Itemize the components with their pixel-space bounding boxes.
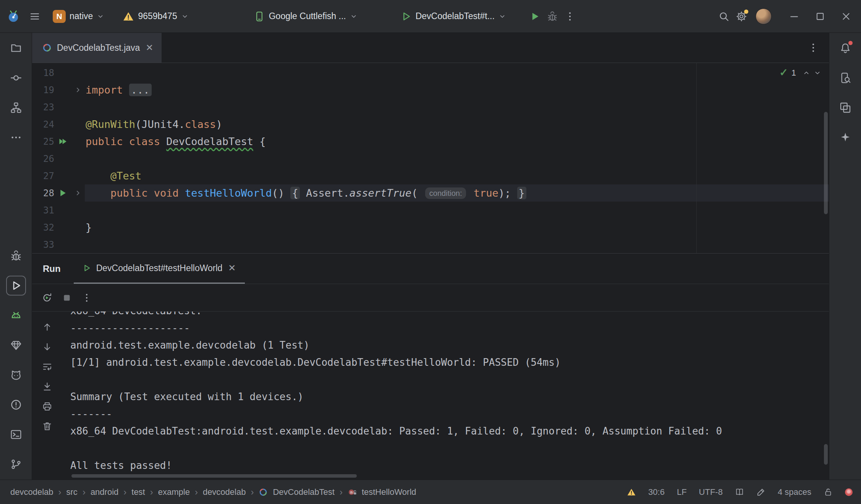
avatar[interactable] bbox=[756, 8, 772, 24]
gutter-fold-slot[interactable] bbox=[71, 189, 85, 197]
run-tab[interactable]: DevCodelabTest#testHelloWorld ✕ bbox=[74, 254, 245, 284]
lock-open-icon[interactable] bbox=[824, 488, 833, 497]
gutter-fold-slot[interactable] bbox=[71, 86, 85, 94]
run-tool-window-button[interactable] bbox=[6, 276, 26, 296]
code-line-24[interactable]: 24@RunWith(JUnit4.class) bbox=[32, 116, 829, 133]
run-config-name: DevCodelabTest#t... bbox=[416, 11, 495, 21]
console-horizontal-scrollbar[interactable] bbox=[71, 474, 357, 478]
rerun-button[interactable] bbox=[39, 290, 55, 306]
code-line-32[interactable]: 32} bbox=[32, 219, 829, 236]
maximize-icon bbox=[814, 11, 826, 22]
pen-icon[interactable] bbox=[756, 488, 766, 497]
run-button[interactable] bbox=[526, 8, 544, 25]
code-line-25[interactable]: 25public class DevCodelabTest { bbox=[32, 133, 829, 150]
terminal-button[interactable] bbox=[6, 425, 26, 444]
next-occurrence-button[interactable] bbox=[40, 340, 54, 354]
breadcrumb-item[interactable]: testHelloWorld bbox=[362, 487, 416, 497]
problems-button[interactable] bbox=[6, 395, 26, 415]
gutter-run-slot[interactable] bbox=[54, 136, 71, 147]
layout-inspector-button[interactable] bbox=[835, 98, 855, 118]
code-editor[interactable]: 1819import ...2324@RunWith(JUnit4.class)… bbox=[32, 63, 829, 254]
version-control-button[interactable] bbox=[6, 454, 26, 474]
minimize-button[interactable] bbox=[785, 8, 803, 25]
maximize-button[interactable] bbox=[811, 8, 829, 25]
line-separator[interactable]: LF bbox=[677, 487, 687, 497]
code-line-26[interactable]: 26 bbox=[32, 150, 829, 167]
breadcrumb-item[interactable]: devcodelab bbox=[203, 487, 246, 497]
code-line-31[interactable]: 31 bbox=[32, 202, 829, 219]
code-line-23[interactable]: 23 bbox=[32, 99, 829, 116]
notification-badge bbox=[848, 41, 853, 45]
inspection-widget[interactable]: ✓ 1 bbox=[779, 68, 821, 78]
commit-icon bbox=[10, 72, 22, 84]
line-number: 19 bbox=[32, 85, 54, 95]
svg-text:m: m bbox=[350, 490, 353, 495]
editor-scrollbar[interactable] bbox=[824, 112, 828, 214]
print-button[interactable] bbox=[40, 399, 54, 413]
search-everywhere-button[interactable] bbox=[715, 8, 733, 25]
android-studio-logo-icon bbox=[6, 9, 21, 24]
project-button[interactable] bbox=[6, 38, 26, 58]
notifications-button[interactable] bbox=[835, 38, 855, 58]
chevron-up-icon[interactable] bbox=[803, 69, 810, 77]
test-class-icon bbox=[259, 488, 268, 497]
main-menu-button[interactable] bbox=[26, 8, 44, 25]
code-line-27[interactable]: 27 @Test bbox=[32, 167, 829, 184]
reader-mode-icon[interactable] bbox=[735, 488, 744, 497]
tab-devcodelabtest-java[interactable]: DevCodelabTest.java ✕ bbox=[32, 33, 162, 63]
gutter-run-slot[interactable] bbox=[54, 188, 71, 198]
breadcrumb-item[interactable]: android bbox=[91, 487, 118, 497]
warning-icon[interactable] bbox=[627, 488, 636, 497]
debug-button[interactable] bbox=[544, 8, 561, 25]
indent-setting[interactable]: 4 spaces bbox=[778, 487, 811, 497]
caret-position[interactable]: 30:6 bbox=[648, 487, 665, 497]
code-line-33[interactable]: 33 bbox=[32, 236, 829, 253]
code-line-18[interactable]: 18 bbox=[32, 64, 829, 81]
previous-occurrence-button[interactable] bbox=[40, 320, 54, 334]
scroll-to-end-button[interactable] bbox=[40, 380, 54, 393]
breadcrumb-item[interactable]: DevCodelabTest bbox=[273, 487, 334, 497]
device-explorer-button[interactable] bbox=[835, 68, 855, 88]
line-number: 18 bbox=[32, 68, 54, 78]
tab-close-icon[interactable]: ✕ bbox=[145, 43, 154, 52]
breadcrumb-item[interactable]: example bbox=[158, 487, 190, 497]
device-manager-button[interactable] bbox=[6, 335, 26, 355]
stop-button[interactable] bbox=[59, 290, 75, 306]
settings-button[interactable] bbox=[733, 8, 750, 25]
more-options-button[interactable] bbox=[79, 290, 95, 306]
file-encoding[interactable]: UTF-8 bbox=[699, 487, 723, 497]
breadcrumb-item[interactable]: devcodelab bbox=[10, 487, 53, 497]
breadcrumb-separator: › bbox=[150, 488, 153, 497]
chevron-down-icon bbox=[97, 13, 104, 20]
code-text: public class DevCodelabTest { bbox=[85, 136, 265, 147]
vcs-branch-selector[interactable]: 9659b475 bbox=[118, 8, 193, 25]
run-tab-close-icon[interactable]: ✕ bbox=[227, 263, 236, 273]
error-indicator[interactable] bbox=[845, 488, 853, 496]
structure-button[interactable] bbox=[6, 98, 26, 118]
commit-button[interactable] bbox=[6, 68, 26, 88]
clear-all-button[interactable] bbox=[40, 419, 54, 433]
debug-tool-window-button[interactable] bbox=[6, 246, 26, 266]
console-output[interactable]: x86_64 DevCodelabTest:------------------… bbox=[62, 312, 829, 480]
console-vertical-scrollbar[interactable] bbox=[824, 444, 828, 465]
logcat-button[interactable] bbox=[6, 365, 26, 385]
soft-wrap-button[interactable] bbox=[40, 360, 54, 373]
settings-notification-dot bbox=[744, 10, 748, 14]
code-line-28[interactable]: 28 public void testHelloWorld() { Assert… bbox=[32, 184, 829, 202]
device-selector[interactable]: Google Cuttlefish ... bbox=[249, 8, 362, 25]
chevron-down-icon[interactable] bbox=[814, 69, 821, 77]
run-configuration-selector[interactable]: DevCodelabTest#t... bbox=[396, 8, 511, 25]
running-devices-button[interactable] bbox=[6, 305, 26, 325]
gemini-button[interactable] bbox=[835, 128, 855, 147]
close-button[interactable] bbox=[837, 8, 855, 25]
breadcrumb-item[interactable]: src bbox=[66, 487, 78, 497]
console-area: x86_64 DevCodelabTest:------------------… bbox=[32, 311, 829, 480]
breadcrumb-item[interactable]: test bbox=[131, 487, 145, 497]
code-line-19[interactable]: 19import ... bbox=[32, 81, 829, 99]
sparkle-icon bbox=[839, 131, 851, 144]
project-selector[interactable]: N native bbox=[48, 7, 109, 26]
soft-wrap-icon bbox=[42, 362, 52, 372]
more-tool-windows-button[interactable] bbox=[6, 128, 26, 147]
tab-options-button[interactable] bbox=[804, 39, 822, 57]
more-actions-button[interactable] bbox=[561, 8, 579, 25]
